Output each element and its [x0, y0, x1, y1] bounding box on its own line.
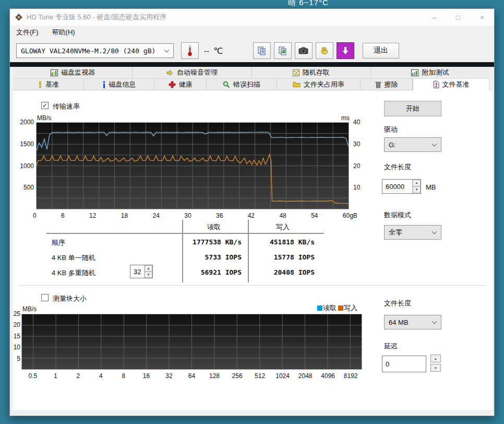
hdtune-window: HD Tune 专业版 5.60 - 硬盘/固态硬盘实用程序 – □ × 文件(…	[9, 8, 495, 416]
queue-depth-value: 32	[130, 265, 144, 278]
tab-benchmark[interactable]: 基准	[14, 79, 84, 90]
4k-single-write-value: 15778 IOPS	[251, 253, 315, 261]
separator-band	[10, 62, 494, 67]
spin-up-button[interactable]: ▲	[430, 355, 441, 362]
tab-noise-management[interactable]: 自动噪音管理	[133, 67, 251, 78]
write-column-header: 写入	[254, 222, 311, 232]
queue-depth-spinner[interactable]: 32 ▲▼	[130, 265, 153, 278]
spin-down-button[interactable]: ▼	[430, 364, 441, 372]
tick-label: 25	[14, 310, 20, 317]
tick-label: 24	[153, 212, 160, 219]
app-logo-icon	[15, 13, 23, 21]
delay-input[interactable]: 0	[382, 356, 426, 372]
tab-row-top: 磁盘监视器 自动噪音管理 随机存取 附加测试	[14, 67, 489, 79]
spin-down-button[interactable]: ▼	[413, 186, 421, 193]
drive-select-value: GLOWAY VAL240NVMe-M.2/80 (240 gB)	[21, 47, 155, 55]
copy-text-button[interactable]	[253, 42, 271, 59]
file-length-spinner[interactable]: 60000 ▲▼	[382, 179, 421, 194]
tick-label: 2000	[20, 119, 34, 126]
random-access-icon	[293, 69, 299, 76]
write-legend-label: 写入	[344, 303, 357, 313]
tick-label: 12	[89, 212, 96, 219]
drive-label: 驱动	[384, 125, 398, 134]
temperature-button[interactable]	[181, 42, 199, 59]
screenshot-button[interactable]	[295, 42, 313, 59]
delay-spinner: ▲ ▼	[430, 355, 441, 372]
data-pattern-select[interactable]: 全零	[384, 225, 441, 240]
row-4k-multi-label: 4 KB 多重随机	[52, 268, 95, 278]
tick-label: 10	[353, 184, 360, 191]
tick-label: 60gB	[343, 212, 357, 219]
drive-letter-select[interactable]: G:	[384, 137, 441, 152]
tab-extra-tests[interactable]: 附加测试	[371, 67, 489, 78]
tab-random-access[interactable]: 随机存取	[252, 67, 371, 78]
maximize-button[interactable]: □	[446, 9, 470, 26]
file-length2-select[interactable]: 64 MB	[384, 315, 441, 329]
desktop-weather: 晴 6~17°C	[288, 0, 329, 8]
close-button[interactable]: ×	[470, 9, 494, 26]
tab-health[interactable]: 健康	[154, 79, 207, 90]
tab-error-scan[interactable]: 错误扫描	[207, 79, 277, 90]
tick-label: 500	[23, 184, 34, 191]
tick-label: 1000	[20, 162, 34, 170]
block-size-checkbox[interactable]	[41, 294, 49, 301]
tick-label: 4096	[317, 372, 340, 380]
tick-label: 1024	[271, 372, 294, 380]
copy-text-icon	[257, 46, 267, 55]
tab-label: 错误扫描	[233, 80, 260, 89]
file-length-value: 60000	[382, 180, 412, 193]
read-column-header: 读取	[185, 222, 243, 232]
tick-label: 64	[181, 372, 203, 380]
copy-image-button[interactable]	[274, 42, 292, 59]
toolbar: GLOWAY VAL240NVMe-M.2/80 (240 gB) -- ℃	[10, 39, 494, 62]
tab-file-benchmark[interactable]: 文件基准	[413, 79, 489, 90]
tab-label: 附加测试	[422, 68, 449, 77]
4k-multi-read-value: 56921 IOPS	[185, 268, 242, 276]
tab-disk-info[interactable]: 磁盘信息	[84, 79, 154, 90]
menu-bar: 文件(F) 帮助(H)	[10, 26, 494, 39]
chevron-down-icon	[432, 229, 437, 234]
chevron-down-icon	[432, 142, 437, 147]
tab-disk-monitor[interactable]: 磁盘监视器	[14, 67, 133, 78]
tick-label: 48	[279, 212, 286, 219]
tick-label: 4	[90, 372, 113, 380]
spin-down-button[interactable]: ▼	[145, 272, 152, 278]
exit-button[interactable]: 退出	[363, 43, 399, 58]
tick-label: 20	[353, 162, 360, 170]
benchmark-icon	[38, 81, 42, 88]
minimize-button[interactable]: –	[422, 9, 446, 26]
table-header-underline	[46, 233, 324, 234]
tick-label: 42	[248, 212, 255, 219]
file-length-label: 文件长度	[384, 162, 411, 172]
tick-label: 1500	[20, 140, 34, 148]
write-legend-swatch	[338, 305, 343, 311]
chart-legend: 读取 写入	[317, 303, 357, 313]
spin-up-button[interactable]: ▲	[413, 180, 421, 186]
spin-up-button[interactable]: ▲	[145, 265, 152, 272]
tab-label: 磁盘信息	[109, 80, 136, 89]
transfer-rate-checkbox[interactable]: ✓	[41, 102, 49, 109]
chevron-down-icon	[164, 48, 170, 53]
extra-tests-icon	[411, 69, 418, 76]
menu-file[interactable]: 文件(F)	[16, 28, 39, 37]
start-button[interactable]: 开始	[384, 101, 441, 116]
hand-button[interactable]	[316, 42, 333, 59]
tick-label: 5	[17, 355, 20, 362]
tab-erase[interactable]: 擦除	[361, 79, 413, 90]
tab-folder-usage[interactable]: 文件夹占用率	[277, 79, 361, 90]
tab-label: 基准	[45, 80, 59, 89]
file-length-unit: MB	[426, 183, 436, 191]
erase-icon	[375, 81, 381, 88]
tick-label: 8192	[339, 372, 362, 380]
main-chart-y-ticks-left: 200015001000500	[13, 122, 34, 209]
thermometer-icon	[187, 45, 193, 56]
menu-help[interactable]: 帮助(H)	[52, 28, 75, 37]
update-button[interactable]	[337, 42, 354, 59]
temperature-value: --	[204, 46, 209, 55]
download-arrow-icon	[341, 46, 350, 55]
title-bar[interactable]: HD Tune 专业版 5.60 - 硬盘/固态硬盘实用程序 – □ ×	[10, 9, 494, 26]
tick-label: 16	[135, 372, 158, 380]
hand-icon	[320, 46, 329, 55]
drive-select[interactable]: GLOWAY VAL240NVMe-M.2/80 (240 gB)	[16, 43, 174, 58]
4k-single-read-value: 5733 IOPS	[185, 253, 242, 261]
